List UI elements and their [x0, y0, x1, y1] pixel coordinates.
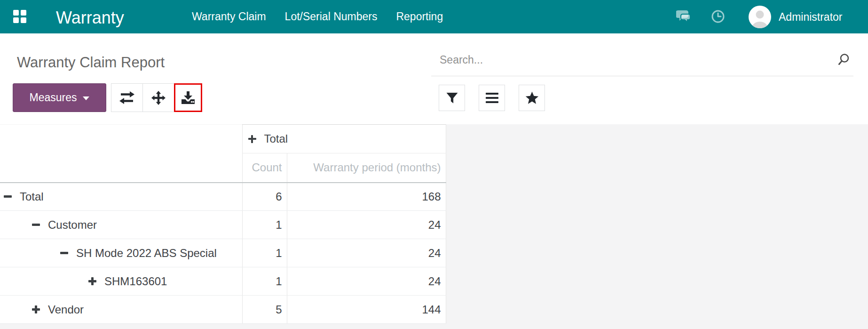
cell-count: 6 [242, 183, 287, 211]
row-header-vendor[interactable]: Vendor [0, 296, 242, 324]
cell-count: 5 [242, 296, 287, 324]
row-label: SHM163601 [104, 275, 167, 288]
clock-icon [711, 9, 725, 24]
cell-count: 1 [242, 211, 287, 239]
expand-row-icon[interactable] [32, 305, 40, 313]
column-group-header-row: Total [0, 125, 446, 153]
expand-all-button[interactable] [142, 83, 174, 112]
collapse-row-icon[interactable] [32, 221, 40, 229]
expand-arrows-icon [151, 91, 166, 105]
expand-column-icon[interactable] [248, 135, 256, 143]
bars-icon [486, 93, 498, 104]
flip-axis-button[interactable] [111, 83, 143, 112]
measure-header-warranty-period[interactable]: Warranty period (months) [287, 153, 446, 183]
cell-warranty-period: 168 [287, 183, 446, 211]
apps-menu-button[interactable] [13, 10, 27, 24]
navbar-menu: Warranty Claim Lot/Serial Numbers Report… [192, 0, 443, 33]
table-row: Vendor 5 144 [0, 296, 446, 324]
caret-down-icon [83, 96, 89, 100]
apps-grid-icon [13, 10, 19, 16]
row-header-customer[interactable]: Customer [0, 211, 242, 239]
cell-warranty-period: 24 [287, 211, 446, 239]
row-header-total[interactable]: Total [0, 183, 242, 211]
collapse-row-icon[interactable] [4, 193, 12, 201]
apps-grid-icon [13, 17, 19, 23]
table-row: SH Mode 2022 ABS Special 1 24 [0, 239, 446, 267]
download-button[interactable] [174, 83, 202, 112]
measure-header-row: Count Warranty period (months) [0, 153, 446, 183]
nav-item-reporting[interactable]: Reporting [396, 10, 443, 23]
cell-warranty-period: 144 [287, 296, 446, 324]
download-icon [181, 91, 195, 104]
column-group-header-total[interactable]: Total [242, 125, 446, 153]
messaging-button[interactable] [676, 9, 692, 24]
app-brand-title: Warranty [56, 8, 124, 28]
apps-grid-icon [21, 17, 26, 23]
pivot-table: Total Count Warranty period (months) Tot… [0, 124, 446, 324]
app-window: Warranty Warranty Claim Lot/Serial Numbe… [0, 0, 868, 329]
table-row: Customer 1 24 [0, 211, 446, 239]
filters-button[interactable] [439, 85, 465, 111]
activity-button[interactable] [711, 9, 727, 24]
column-group-label: Total [264, 132, 288, 145]
row-label: Total [20, 190, 44, 203]
magnifier-icon[interactable] [836, 53, 851, 67]
search-bar [431, 44, 853, 76]
page-title: Warranty Claim Report [17, 54, 165, 71]
user-name: Administrator [779, 11, 842, 24]
apps-grid-icon [21, 10, 26, 16]
nav-item-warranty-claim[interactable]: Warranty Claim [192, 10, 266, 23]
favorites-button[interactable] [519, 85, 545, 111]
nav-item-lot-serial-numbers[interactable]: Lot/Serial Numbers [285, 10, 378, 23]
pivot-corner-cell [0, 153, 242, 183]
cell-warranty-period: 24 [287, 267, 446, 296]
measures-button-label: Measures [30, 91, 77, 104]
flip-axes-icon [119, 91, 134, 104]
navbar: Warranty Warranty Claim Lot/Serial Numbe… [0, 0, 868, 33]
search-input[interactable] [431, 44, 836, 76]
row-header-shm163601[interactable]: SHM163601 [0, 267, 242, 296]
row-label: Customer [48, 218, 97, 232]
group-by-button[interactable] [479, 85, 505, 111]
chat-bubbles-icon [676, 9, 692, 24]
search-toolbar [439, 85, 545, 111]
avatar [749, 6, 771, 28]
star-icon [525, 91, 539, 104]
collapse-row-icon[interactable] [60, 249, 68, 257]
expand-row-icon[interactable] [88, 277, 96, 285]
row-label: Vendor [48, 303, 84, 316]
row-label: SH Mode 2022 ABS Special [76, 247, 217, 260]
user-menu[interactable]: Administrator [749, 5, 842, 29]
funnel-icon [446, 92, 458, 104]
measure-header-count[interactable]: Count [242, 153, 287, 183]
table-row: Total 6 168 [0, 183, 446, 211]
measures-button[interactable]: Measures [13, 83, 106, 112]
cell-count: 1 [242, 239, 287, 267]
cell-warranty-period: 24 [287, 239, 446, 267]
pivot-toolbar [111, 83, 202, 112]
table-row: SHM163601 1 24 [0, 267, 446, 296]
cell-count: 1 [242, 267, 287, 296]
row-header-sh-mode-2022-abs-special[interactable]: SH Mode 2022 ABS Special [0, 239, 242, 267]
pivot-corner-cell [0, 125, 242, 153]
